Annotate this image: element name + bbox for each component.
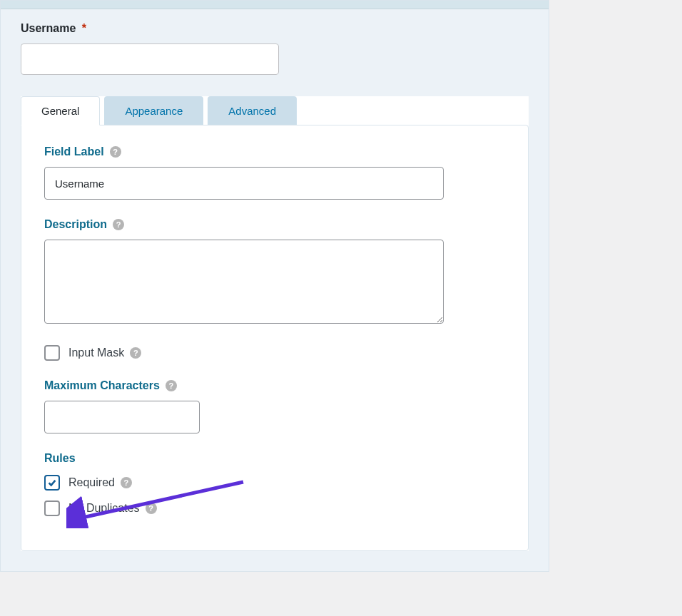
settings-tabs: General Appearance Advanced xyxy=(21,96,529,125)
required-row: Required ? xyxy=(44,475,505,491)
help-icon[interactable]: ? xyxy=(110,146,121,158)
help-icon[interactable]: ? xyxy=(130,347,141,359)
no-duplicates-label: No Duplicates ? xyxy=(68,502,157,515)
description-heading: Description ? xyxy=(44,218,505,231)
help-icon[interactable]: ? xyxy=(166,380,177,391)
rules-heading: Rules xyxy=(44,452,505,465)
field-label-text: Field Label xyxy=(44,145,104,158)
max-chars-label-text: Maximum Characters xyxy=(44,379,160,392)
field-label-input[interactable] xyxy=(44,167,444,200)
input-mask-group: Input Mask ? xyxy=(44,345,505,361)
editor-top-bar xyxy=(1,1,549,9)
input-mask-checkbox[interactable] xyxy=(44,345,60,361)
required-label: Required ? xyxy=(68,476,132,489)
max-chars-heading: Maximum Characters ? xyxy=(44,379,505,392)
max-chars-group: Maximum Characters ? xyxy=(44,379,505,433)
checkmark-icon xyxy=(47,478,57,488)
tab-content-general: Field Label ? Description ? Input Mask ? xyxy=(21,125,529,551)
preview-field-label: Username * xyxy=(21,22,529,35)
input-mask-text: Input Mask xyxy=(68,346,124,359)
description-textarea[interactable] xyxy=(44,240,444,324)
required-text: Required xyxy=(68,476,115,489)
description-group: Description ? xyxy=(44,218,505,327)
rules-group: Rules Required ? No Duplicat xyxy=(44,452,505,516)
description-label-text: Description xyxy=(44,218,107,231)
no-duplicates-checkbox[interactable] xyxy=(44,500,60,516)
help-icon[interactable]: ? xyxy=(146,503,157,514)
field-editor-panel: Username * General Appearance Advanced F… xyxy=(0,0,549,572)
tab-advanced[interactable]: Advanced xyxy=(208,96,297,125)
no-duplicates-row: No Duplicates ? xyxy=(44,500,505,516)
field-label-heading: Field Label ? xyxy=(44,145,505,158)
required-asterisk: * xyxy=(82,22,86,34)
input-mask-row: Input Mask ? xyxy=(44,345,505,361)
help-icon[interactable]: ? xyxy=(121,477,132,488)
required-checkbox[interactable] xyxy=(44,475,60,491)
preview-label-text: Username xyxy=(21,22,76,34)
no-duplicates-text: No Duplicates xyxy=(68,502,140,515)
tab-general[interactable]: General xyxy=(21,96,100,125)
field-label-group: Field Label ? xyxy=(44,145,505,200)
help-icon[interactable]: ? xyxy=(113,219,124,230)
field-preview-section: Username * xyxy=(1,9,549,96)
max-chars-input[interactable] xyxy=(44,401,200,433)
field-settings-panel: General Appearance Advanced Field Label … xyxy=(21,96,529,551)
preview-text-input[interactable] xyxy=(21,43,279,75)
input-mask-label: Input Mask ? xyxy=(68,346,141,359)
tab-appearance[interactable]: Appearance xyxy=(104,96,203,125)
